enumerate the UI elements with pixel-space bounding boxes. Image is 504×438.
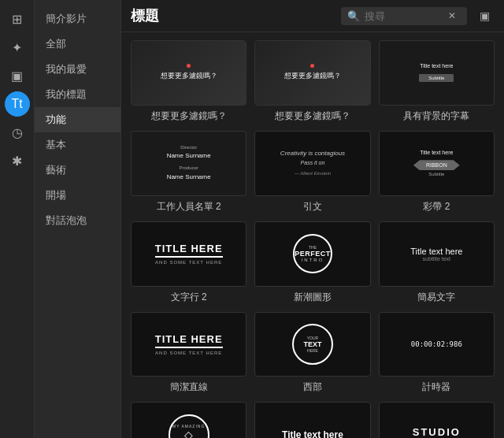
list-item[interactable]: TITLE HERE AND SOME TEXT HERE 簡潔直線 bbox=[131, 312, 246, 395]
grid-area: 想要更多濾鏡嗎？ 想要更多濾鏡嗎？ 想要更多濾鏡嗎？ 想要更多濾鏡嗎？ bbox=[121, 32, 504, 438]
list-item[interactable]: 想要更多濾鏡嗎？ 想要更多濾鏡嗎？ bbox=[254, 40, 370, 123]
main-content: 標題 🔍 ✕ ▣ 想要更多濾鏡嗎？ 想要更多濾鏡嗎？ bbox=[121, 0, 504, 438]
page-title: 標題 bbox=[131, 6, 333, 25]
card-label: 引文 bbox=[303, 200, 322, 213]
card-label: 彩帶 2 bbox=[423, 200, 450, 213]
card-label: 工作人員名單 2 bbox=[157, 200, 221, 213]
sidebar-item-art[interactable]: 藝術 bbox=[35, 158, 120, 183]
list-item[interactable]: Title text here Subtitle 具有背景的字幕 bbox=[379, 40, 495, 123]
layout-icon[interactable]: ▣ bbox=[5, 63, 30, 88]
header: 標題 🔍 ✕ ▣ bbox=[121, 0, 504, 32]
card-label: 西部 bbox=[303, 380, 322, 394]
list-item[interactable]: TITLE HERE AND SOME TEXT HERE 文字行 2 bbox=[131, 221, 246, 304]
list-item[interactable]: YOUR TEXT HERE 西部 bbox=[254, 312, 370, 395]
search-icon: 🔍 bbox=[347, 10, 360, 22]
list-item[interactable]: Title text here subtitle text 簡易文字 bbox=[379, 221, 495, 304]
sidebar: 簡介影片 全部 我的最愛 我的標題 功能 基本 藝術 開場 對話泡泡 bbox=[35, 0, 121, 438]
tools-icon[interactable]: ✱ bbox=[5, 148, 30, 173]
list-item[interactable]: Title text here 陰影文字 bbox=[254, 402, 370, 438]
list-item[interactable]: THE PERFECT INTRO 新潮圖形 bbox=[254, 221, 370, 304]
list-item[interactable]: MY AMAZING ◇ CHANNEL 鑽石 bbox=[131, 402, 246, 438]
sidebar-item-basic[interactable]: 基本 bbox=[35, 132, 120, 158]
dot-icon bbox=[310, 64, 314, 68]
list-item[interactable]: 00:00:02:986 計時器 bbox=[379, 312, 495, 395]
sidebar-item-all[interactable]: 全部 bbox=[35, 32, 120, 57]
sidebar-item-opening[interactable]: 開場 bbox=[35, 183, 120, 208]
wants-more-text: 想要更多濾鏡嗎？ bbox=[284, 71, 341, 81]
grid-icon[interactable]: ⊞ bbox=[5, 6, 30, 32]
sidebar-item-favorites[interactable]: 我的最愛 bbox=[35, 57, 120, 82]
sidebar-item-mytitles[interactable]: 我的標題 bbox=[35, 82, 120, 107]
dot-icon bbox=[187, 64, 191, 68]
list-item[interactable]: Director Name Surname Producer Name Surn… bbox=[131, 131, 246, 213]
card-label: 想要更多濾鏡嗎？ bbox=[151, 110, 227, 123]
wand-icon[interactable]: ✦ bbox=[5, 35, 30, 60]
list-item[interactable]: Creativity is contagiousPass it on — Alb… bbox=[254, 131, 370, 213]
card-label: 文字行 2 bbox=[171, 291, 207, 304]
card-label: 想要更多濾鏡嗎？ bbox=[275, 110, 350, 123]
search-clear-icon[interactable]: ✕ bbox=[448, 10, 456, 21]
icon-bar: ⊞ ✦ ▣ Tt ◷ ✱ bbox=[0, 0, 35, 438]
card-label: 計時器 bbox=[422, 380, 450, 394]
list-item[interactable]: Title text here RIBBON Subtitle 彩帶 2 bbox=[379, 131, 495, 213]
titles-grid: 想要更多濾鏡嗎？ 想要更多濾鏡嗎？ 想要更多濾鏡嗎？ 想要更多濾鏡嗎？ bbox=[131, 40, 495, 438]
clock-icon[interactable]: ◷ bbox=[5, 120, 30, 145]
header-close-button[interactable]: ▣ bbox=[475, 8, 495, 24]
card-label: 具有背景的字幕 bbox=[403, 110, 469, 123]
tt-icon[interactable]: Tt bbox=[5, 91, 30, 117]
list-item[interactable]: 想要更多濾鏡嗎？ 想要更多濾鏡嗎？ bbox=[131, 40, 246, 123]
sidebar-item-bubble[interactable]: 對話泡泡 bbox=[35, 208, 120, 233]
card-label: 簡易文字 bbox=[417, 291, 455, 304]
sidebar-item-function[interactable]: 功能 bbox=[35, 107, 120, 132]
sidebar-item-intro[interactable]: 簡介影片 bbox=[35, 6, 120, 32]
card-label: 新潮圖形 bbox=[294, 291, 332, 304]
search-box: 🔍 ✕ bbox=[341, 7, 467, 25]
card-label: 簡潔直線 bbox=[170, 380, 208, 394]
search-input[interactable] bbox=[365, 10, 443, 22]
list-item[interactable]: STUDIO PRODUCTION 電影製片公司 bbox=[379, 402, 495, 438]
wants-more-text: 想要更多濾鏡嗎？ bbox=[161, 71, 217, 81]
